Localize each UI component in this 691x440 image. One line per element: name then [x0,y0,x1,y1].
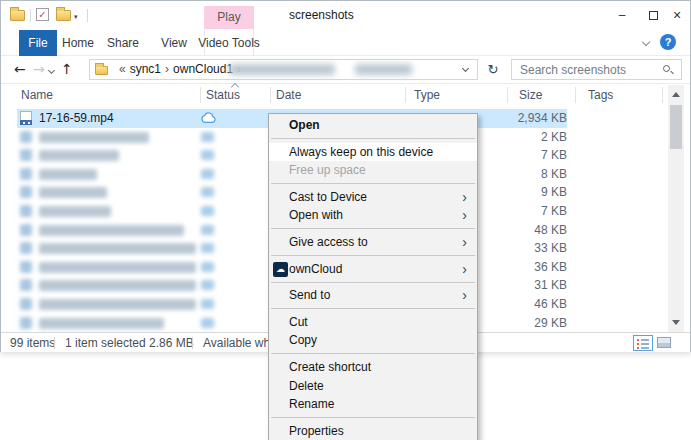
file-size: 36 KB [534,258,567,277]
menu-item-label: Give access to [289,235,368,249]
customize-toolbar-dropdown-icon[interactable]: ▾ [74,13,78,21]
blurred-file-icon [20,205,32,217]
blurred-status-icon [201,206,214,216]
submenu-chevron-icon: › [462,233,467,252]
column-separator[interactable] [200,87,201,103]
new-folder-icon[interactable] [56,10,71,21]
folder-icon [95,66,108,75]
menu-item-label: Rename [289,397,334,411]
menu-item-cut[interactable]: Cut [269,313,477,332]
menu-item-rename[interactable]: Rename [269,395,477,414]
blurred-file-name [39,206,111,217]
search-input[interactable] [512,60,660,79]
play-contextual-tab[interactable]: Play [204,6,254,29]
file-size: 29 KB [534,314,567,333]
vertical-scrollbar[interactable] [668,85,684,332]
menu-item-copy[interactable]: Copy [269,331,477,350]
blurred-path-segment [229,64,335,75]
refresh-icon[interactable]: ↻ [483,59,503,80]
close-button[interactable]: × [662,1,691,29]
blurred-status-icon [201,150,214,160]
help-button[interactable]: ? [660,34,676,50]
menu-item-label: Free up space [289,163,366,177]
file-size: 33 KB [534,239,567,258]
up-arrow-icon[interactable]: ↑ [61,61,73,77]
divider [54,337,55,349]
menu-item-give-access-to[interactable]: Give access to› [269,233,477,252]
menu-item-delete[interactable]: Delete [269,377,477,396]
menu-item-label: ownCloud [289,262,342,276]
breadcrumb-segment-owncloud1[interactable]: ownCloud1 [173,62,233,76]
menu-separator [269,225,477,233]
tab-file[interactable]: File [19,30,57,56]
blurred-file-icon [20,168,32,180]
file-size: 46 KB [534,295,567,314]
column-header-type[interactable]: Type [414,85,440,105]
menu-separator [269,252,477,260]
tab-share[interactable]: Share [107,30,139,56]
divider [192,337,193,349]
scrollbar-thumb[interactable] [670,105,682,149]
explorer-app-icon [10,10,25,21]
availability-status: Available wh [203,333,270,353]
column-header-name[interactable]: Name [21,85,53,105]
menu-item-owncloud[interactable]: ownCloud☁› [269,260,477,279]
breadcrumb[interactable]: «sync1›ownCloud1› [115,60,245,79]
column-separator[interactable] [507,87,508,103]
menu-item-open-with[interactable]: Open with› [269,206,477,225]
menu-item-label: Open with [289,208,343,222]
breadcrumb-bar[interactable]: «sync1›ownCloud1› [89,59,478,80]
blurred-file-name [39,225,184,236]
details-view-icon [637,339,639,341]
back-arrow-icon[interactable]: ← [14,61,26,77]
details-view-button[interactable] [633,335,653,351]
breadcrumb-collapse-indicator[interactable]: « [115,62,130,76]
column-separator[interactable] [662,87,663,103]
menu-separator [269,278,477,286]
search-box[interactable] [511,59,682,80]
scroll-down-icon[interactable] [672,320,680,325]
column-header-tags[interactable]: Tags [588,85,613,105]
menu-item-always-keep-on-this-device[interactable]: Always keep on this device [269,143,477,162]
menu-item-label: Cut [289,315,308,329]
blurred-file-icon [20,186,32,198]
menu-item-label: Create shortcut [289,360,371,374]
menu-separator [269,414,477,422]
menu-separator [269,350,477,358]
menu-item-open[interactable]: Open [269,116,477,135]
file-name: 17-16-59.mp4 [39,109,114,128]
minimize-ribbon-chevron-icon[interactable] [642,38,650,46]
menu-item-send-to[interactable]: Send to› [269,286,477,305]
properties-check-icon[interactable]: ✓ [36,8,49,21]
address-dropdown-chevron-icon[interactable] [462,65,469,72]
thumbnail-view-button[interactable] [654,335,674,351]
file-size: 8 KB [541,165,567,184]
tab-view[interactable]: View [161,30,187,56]
tab-video-tools[interactable]: Video Tools [198,30,260,56]
blurred-file-name [39,169,97,180]
menu-item-properties[interactable]: Properties [269,422,477,440]
blurred-file-icon [20,317,32,329]
column-separator[interactable] [575,87,576,103]
blurred-status-icon [201,243,214,253]
minimize-button[interactable]: – [607,1,637,29]
recent-locations-chevron-icon[interactable] [48,67,55,74]
blurred-status-icon [201,187,214,197]
menu-item-label: Cast to Device [289,190,367,204]
column-header-date[interactable]: Date [276,85,301,105]
column-header-size[interactable]: Size [519,85,542,105]
menu-item-create-shortcut[interactable]: Create shortcut [269,358,477,377]
breadcrumb-segment-sync1[interactable]: sync1 [130,62,161,76]
scroll-up-icon[interactable] [672,92,680,97]
blurred-file-name [39,150,119,161]
column-separator[interactable] [405,87,406,103]
column-separator[interactable] [270,87,271,103]
blurred-status-icon [201,299,214,309]
submenu-chevron-icon: › [462,206,467,225]
menu-item-cast-to-device[interactable]: Cast to Device› [269,188,477,207]
blurred-path-segment [355,64,412,75]
divider [87,9,88,22]
column-header-status[interactable]: Status [206,85,240,105]
tab-home[interactable]: Home [62,30,94,56]
file-size: 48 KB [534,221,567,240]
